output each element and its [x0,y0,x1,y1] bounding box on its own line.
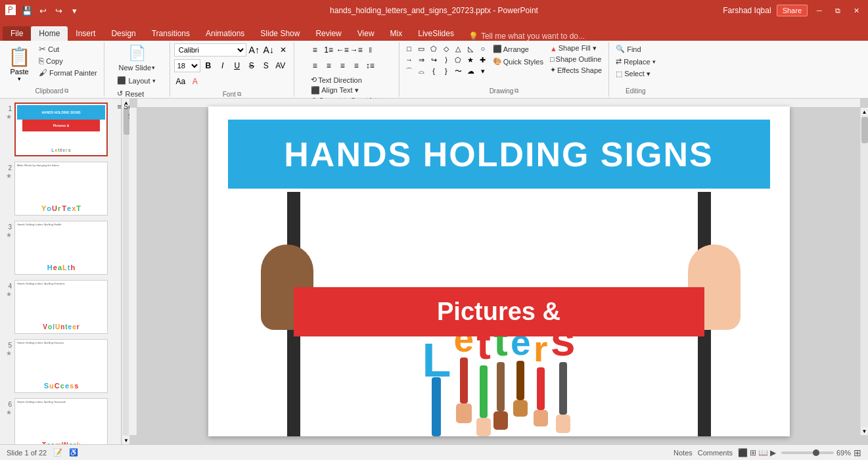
shape-arrow-2[interactable]: ⇒ [415,55,427,65]
close-button[interactable]: ✕ [850,4,863,17]
editing-label[interactable]: Editing [626,86,646,95]
replace-dropdown-icon[interactable]: ▾ [652,58,656,65]
clear-formatting-button[interactable]: ✕ [277,43,290,57]
tab-design[interactable]: Design [103,26,143,41]
quick-styles-button[interactable]: 🎨 Quick Styles [490,56,546,67]
minimize-button[interactable]: ─ [813,4,826,17]
slide-thumb-1[interactable]: 1 ★ HANDS HOLDING SIGNS Pictures & Lette… [3,101,118,158]
tab-animations[interactable]: Animations [198,26,252,41]
line-spacing-button[interactable]: ↕≡ [363,59,377,72]
notes-button[interactable]: Notes [674,449,693,457]
tab-review[interactable]: Review [308,26,349,41]
shape-right-triangle[interactable]: ◺ [465,43,476,54]
shape-diamond[interactable]: ◇ [440,43,452,54]
align-center-button[interactable]: ≡ [322,59,335,72]
paste-button[interactable]: 📋 Paste ▾ [4,43,35,85]
align-text-button[interactable]: ⬛ Align Text ▾ [308,85,384,95]
numbering-button[interactable]: 1≡ [322,43,335,57]
new-slide-dropdown-icon[interactable]: ▾ [152,64,155,71]
align-left-button[interactable]: ≡ [308,59,321,72]
underline-button[interactable]: U [231,59,244,72]
layout-dropdown-icon[interactable]: ▾ [152,78,156,84]
shape-star[interactable]: ★ [465,55,476,65]
shape-rect[interactable]: □ [403,43,415,54]
comments-button[interactable]: Comments [698,449,733,457]
tab-home[interactable]: Home [31,26,68,41]
shapes-dropdown[interactable]: ▾ [477,66,489,76]
tab-view[interactable]: View [350,26,382,41]
canvas-scrollbar[interactable]: ▲ ▼ [860,108,868,435]
reset-button[interactable]: ↺ Reset [113,88,160,99]
shape-outline-button[interactable]: □ Shape Outline [547,55,605,64]
shape-wave[interactable]: 〜 [453,66,465,76]
columns-button[interactable]: ⫴ [363,43,377,57]
shape-brace[interactable]: } [440,66,452,76]
font-label[interactable]: Font ⧉ [223,89,241,99]
shape-chevron[interactable]: ⟩ [440,55,452,65]
redo-button[interactable]: ↪ [51,3,66,18]
justify-button[interactable]: ≡ [350,59,363,72]
cut-button[interactable]: ✂ Cut [36,43,100,55]
shadow-button[interactable]: S [260,59,273,72]
tab-insert[interactable]: Insert [68,26,103,41]
restore-button[interactable]: ⧉ [831,4,844,17]
slide-thumb-5[interactable]: 5 ★ Hands Holding Letters Spelling Succe… [3,338,118,394]
reading-view-button[interactable]: 📖 [758,448,768,457]
align-right-button[interactable]: ≡ [336,59,349,72]
undo-button[interactable]: ↩ [35,3,50,18]
slide-thumb-2[interactable]: 2 ★ Make Words by changing the letters Y… [3,160,118,217]
save-button[interactable]: 💾 [20,3,34,18]
increase-indent-button[interactable]: →≡ [350,43,363,57]
shape-rounded-rect[interactable]: ▭ [415,43,427,54]
shape-snip-rect[interactable]: ⬠ [428,43,440,54]
decrease-font-size-button[interactable]: A↓ [262,43,275,57]
arrange-button[interactable]: ⬛ Arrange [490,43,546,55]
shape-fill-button[interactable]: ▲ Shape Fill ▾ [547,43,605,53]
shape-bent-arrow[interactable]: ↪ [428,55,440,65]
increase-font-size-button[interactable]: A↑ [248,43,261,57]
shape-triangle[interactable]: △ [453,43,465,54]
shape-cross[interactable]: ✚ [477,55,489,65]
canvas-scroll-thumb[interactable] [861,117,868,143]
canvas-scroll-up[interactable]: ▲ [861,108,869,116]
text-direction-button[interactable]: ⟲ Text Direction [308,75,384,85]
replace-button[interactable]: ⇄ Replace ▾ [613,56,658,67]
bold-button[interactable]: B [202,59,215,72]
zoom-slider[interactable] [781,451,834,454]
paste-dropdown[interactable]: ▾ [18,76,21,82]
find-button[interactable]: 🔍 Find [613,43,658,55]
italic-button[interactable]: I [216,59,229,72]
layout-button[interactable]: ⬛ Layout ▾ [113,75,160,86]
tab-transitions[interactable]: Transitions [144,26,198,41]
shape-more[interactable]: ⌒ [403,66,415,76]
slide-thumb-3[interactable]: 3 ★ Hands Holding Letters Spelling Healt… [3,219,118,276]
fit-to-window-button[interactable]: ⊞ [854,448,861,458]
normal-view-button[interactable]: ⬛ [738,448,748,457]
decrease-indent-button[interactable]: ←≡ [336,43,349,57]
font-color-button[interactable]: A [189,75,202,88]
share-button[interactable]: Share [777,5,808,16]
tab-slideshow[interactable]: Slide Show [252,26,308,41]
font-size-select[interactable]: 18 [174,59,200,72]
shape-effects-button[interactable]: ✦ Effects Shape [547,65,605,75]
drawing-label[interactable]: Drawing ⧉ [490,86,519,95]
tell-me-area[interactable]: 💡 Tell me what you want to do... [468,32,585,41]
clipboard-label[interactable]: Clipboard ⧉ [35,86,68,95]
shape-ellipse[interactable]: ○ [477,43,489,54]
customize-qat-button[interactable]: ▾ [67,3,81,18]
bullets-button[interactable]: ≡ [308,43,321,57]
shape-cloud[interactable]: ☁ [465,66,476,76]
panel-scrollbar[interactable]: ▲ ▼ [122,99,129,444]
strikethrough-button[interactable]: S [245,59,258,72]
shape-bracket[interactable]: { [428,66,440,76]
shape-arc[interactable]: ⌓ [415,66,427,76]
select-button[interactable]: ⬚ Select ▾ [613,68,658,80]
slide-thumb-4[interactable]: 4 ★ Hands Holding Letters Spelling Volun… [3,279,118,335]
shape-arrow-1[interactable]: → [403,55,415,65]
tell-me-input[interactable]: Tell me what you want to do... [481,32,585,41]
slide-thumb-6[interactable]: 6 ★ Hands Holding Letters Spelling Teamw… [3,397,118,444]
tab-mix[interactable]: Mix [382,26,411,41]
zoom-thumb[interactable] [813,449,819,456]
tab-liveslides[interactable]: LiveSlides [410,26,462,41]
slideshow-button[interactable]: ▶ [770,448,776,457]
